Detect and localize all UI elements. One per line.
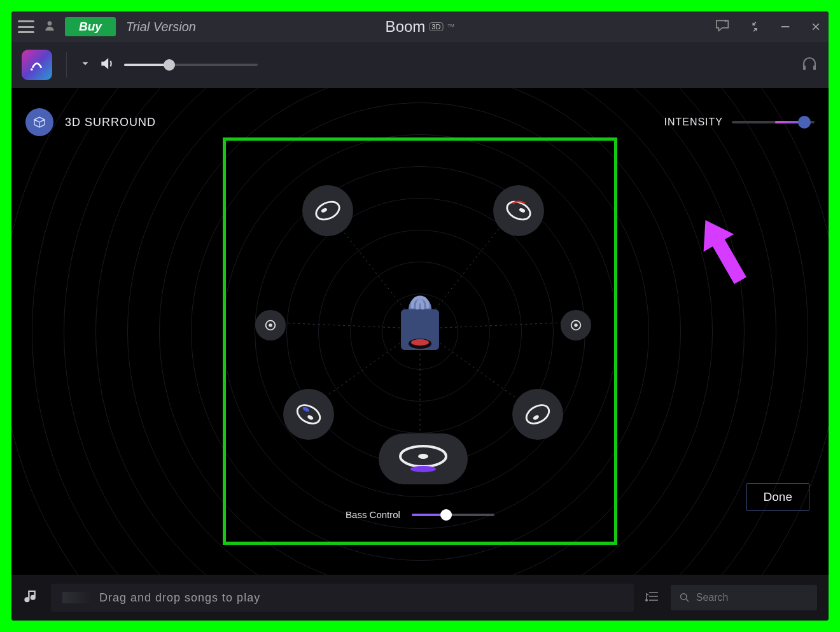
minimize-icon[interactable] [779,20,792,33]
svg-point-22 [302,405,310,412]
bass-slider[interactable] [412,509,494,521]
svg-point-20 [294,401,323,427]
menu-icon[interactable] [18,20,34,33]
app-window: Buy Trial Version Boom 3D ™ [11,11,829,621]
volume-slider[interactable] [124,59,258,71]
main-panel: 3D SURROUND INTENSITY [11,88,829,575]
speaker-field-highlight: Bass Control [223,137,617,545]
speaker-front-left[interactable] [302,185,353,236]
trial-label: Trial Version [126,20,196,34]
chevron-down-icon[interactable] [81,59,90,71]
toolbar [11,42,829,88]
surround-title: 3D SURROUND [65,116,156,129]
app-logo-icon[interactable] [22,50,52,80]
svg-point-31 [645,599,648,601]
svg-rect-3 [803,66,806,70]
collapse-icon[interactable] [748,20,761,33]
listener-icon [389,289,451,362]
speaker-side-right[interactable] [561,310,591,341]
svg-rect-1 [781,26,790,27]
search-box[interactable] [671,585,817,610]
svg-point-0 [48,21,52,25]
intensity-slider[interactable] [732,116,815,129]
drop-zone[interactable]: Drag and drop songs to play [51,584,634,612]
app-title: Boom 3D ™ [386,18,455,36]
app-badge: 3D [429,22,443,31]
svg-point-17 [269,323,272,327]
svg-point-19 [574,323,578,327]
close-icon[interactable] [809,20,822,33]
drop-hint: Drag and drop songs to play [99,591,260,605]
bass-label: Bass Control [346,509,400,520]
queue-icon[interactable] [644,588,661,607]
volume-icon[interactable] [99,55,115,74]
search-icon [680,592,690,603]
speaker-rear-left[interactable] [283,389,334,440]
music-note-icon[interactable] [23,587,41,608]
speaker-front-right[interactable] [493,185,544,236]
svg-point-26 [418,454,428,459]
feedback-icon[interactable] [714,18,731,36]
svg-point-2 [31,68,33,71]
buy-button[interactable]: Buy [65,17,116,36]
svg-point-21 [307,414,314,421]
trademark: ™ [447,22,454,31]
svg-point-13 [321,207,328,213]
app-name: Boom [386,18,426,36]
done-button[interactable]: Done [746,483,809,511]
svg-point-30 [411,339,429,346]
svg-point-24 [533,414,540,421]
search-input[interactable] [696,592,808,603]
divider [66,52,67,78]
svg-point-15 [519,207,526,213]
svg-point-32 [681,594,687,600]
svg-rect-4 [813,66,816,70]
speaker-subwoofer[interactable] [379,433,468,484]
speaker-side-left[interactable] [255,310,286,341]
intensity-label: INTENSITY [664,116,723,128]
speaker-rear-right[interactable] [512,389,563,440]
headphones-icon[interactable] [801,55,818,75]
artwork-placeholder-icon [62,592,92,603]
surround-header: 3D SURROUND INTENSITY [25,108,815,136]
player-bar: Drag and drop songs to play [11,575,829,621]
svg-point-23 [523,401,552,427]
bass-control-row: Bass Control [346,509,494,521]
cube-icon[interactable] [25,108,53,136]
user-icon[interactable] [43,19,56,34]
titlebar: Buy Trial Version Boom 3D ™ [11,11,829,42]
svg-point-27 [410,466,436,472]
svg-point-12 [313,198,342,223]
